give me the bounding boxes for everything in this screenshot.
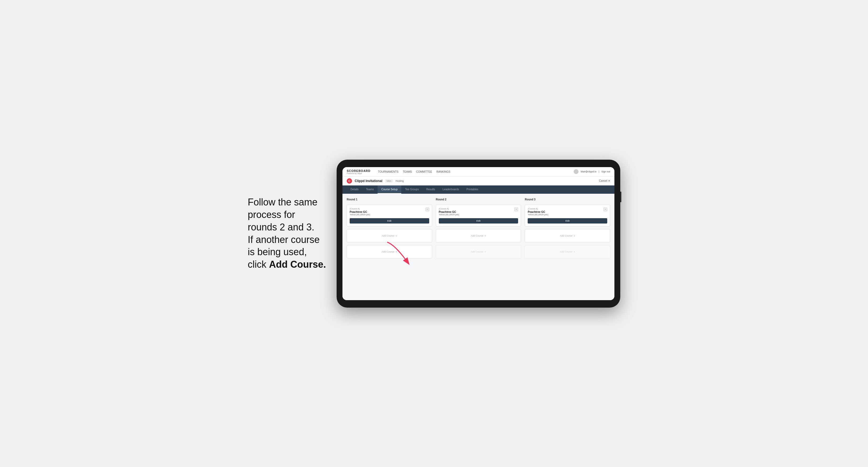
- round-2-label: Round 2: [436, 198, 521, 201]
- pipe-separator: |: [599, 170, 599, 173]
- card-info-r1: (Course A) Peachtree GC Yellow (M) (6629…: [350, 208, 370, 218]
- sub-header: C Clippd Invitational Men Hosting Cancel…: [342, 177, 614, 185]
- add-course-plus-r2-1: +: [485, 234, 486, 237]
- tournament-name: Clippd Invitational: [355, 179, 382, 183]
- main-content: Round 1 (Course A) Peachtree GC Yellow (…: [342, 194, 614, 300]
- tab-leaderboards[interactable]: Leaderboards: [439, 185, 463, 194]
- tab-results[interactable]: Results: [423, 185, 439, 194]
- add-course-r3-1[interactable]: Add Course +: [525, 229, 610, 242]
- course-name-r2: Peachtree GC: [439, 211, 459, 213]
- round-1-column: Round 1 (Course A) Peachtree GC Yellow (…: [347, 198, 432, 258]
- tab-details[interactable]: Details: [347, 185, 363, 194]
- tab-course-setup[interactable]: Course Setup: [378, 185, 401, 194]
- top-nav-links: TOURNAMENTS TEAMS COMMITTEE RANKINGS: [378, 170, 568, 174]
- card-info-r3: (Course A) Peachtree GC Yellow (M) (6629…: [528, 208, 548, 218]
- add-course-r3-2[interactable]: Add Course +: [525, 245, 610, 258]
- round-3-column: Round 3 (Course A) Peachtree GC Yellow (…: [525, 198, 610, 258]
- user-email: blair@clippd.io: [581, 170, 596, 173]
- add-course-r2-1[interactable]: Add Course +: [436, 229, 521, 242]
- add-course-label-r1-1: Add Course: [381, 235, 394, 237]
- add-course-plus-r2-2: +: [485, 250, 486, 253]
- tablet-side-button: [620, 192, 621, 202]
- tab-tee-groups[interactable]: Tee Groups: [401, 185, 423, 194]
- user-avatar: [574, 169, 579, 174]
- scoreboard-logo: SCOREBOARD Powered by clippd: [347, 169, 370, 174]
- add-course-plus-r1-2: +: [395, 250, 397, 253]
- add-course-label-r2-2: Add Course: [471, 250, 484, 253]
- nav-teams[interactable]: TEAMS: [403, 170, 412, 174]
- round-1-course-card: (Course A) Peachtree GC Yellow (M) (6629…: [347, 205, 432, 226]
- round-3-course-card: (Course A) Peachtree GC Yellow (M) (6629…: [525, 205, 610, 226]
- add-course-label-r2-1: Add Course: [471, 235, 484, 237]
- instruction-panel: Follow the same process for rounds 2 and…: [248, 196, 326, 271]
- sign-out-link[interactable]: Sign out: [601, 170, 610, 173]
- instruction-line2: process for: [248, 209, 295, 220]
- add-course-r1-2[interactable]: Add Course +: [347, 245, 432, 258]
- add-course-plus-r3-1: +: [574, 234, 575, 237]
- clippd-logo: C: [347, 178, 352, 184]
- instruction-line3: rounds 2 and 3.: [248, 222, 314, 232]
- tab-printables[interactable]: Printables: [463, 185, 482, 194]
- instruction-line5: is being used,: [248, 246, 307, 257]
- instruction-line6-bold: Add Course.: [269, 259, 326, 270]
- instruction-line6-prefix: click: [248, 259, 269, 270]
- nav-rankings[interactable]: RANKINGS: [436, 170, 450, 174]
- course-name-r3: Peachtree GC: [528, 211, 548, 213]
- round-3-label: Round 3: [525, 198, 610, 201]
- tab-bar: Details Teams Course Setup Tee Groups Re…: [342, 185, 614, 194]
- edit-button-r3[interactable]: Edit: [528, 218, 607, 223]
- course-detail-r2: Yellow (M) (6629 yds): [439, 213, 459, 216]
- edit-button-r1[interactable]: Edit: [350, 218, 429, 223]
- logo-title: SCOREBOARD: [347, 169, 370, 173]
- card-header-r2: (Course A) Peachtree GC Yellow (M) (6629…: [439, 208, 518, 218]
- logo-sub: Powered by clippd: [347, 173, 370, 174]
- add-course-label-r1-2: Add Course: [381, 250, 394, 253]
- edit-button-r2[interactable]: Edit: [439, 218, 518, 223]
- hosting-badge: Hosting: [396, 180, 404, 182]
- round-1-label: Round 1: [347, 198, 432, 201]
- course-detail-r1: Yellow (M) (6629 yds): [350, 213, 370, 216]
- nav-committee[interactable]: COMMITTEE: [416, 170, 432, 174]
- instruction-line1: Follow the same: [248, 197, 317, 208]
- add-course-r2-2[interactable]: Add Course +: [436, 245, 521, 258]
- tablet-screen: SCOREBOARD Powered by clippd TOURNAMENTS…: [342, 167, 614, 300]
- course-label-r2: (Course A): [439, 208, 459, 210]
- round-2-course-card: (Course A) Peachtree GC Yellow (M) (6629…: [436, 205, 521, 226]
- add-course-plus-r1-1: +: [395, 234, 397, 237]
- tab-teams[interactable]: Teams: [363, 185, 378, 194]
- delete-card-r1[interactable]: ×: [426, 208, 429, 211]
- round-2-column: Round 2 (Course A) Peachtree GC Yellow (…: [436, 198, 521, 258]
- add-course-label-r3-1: Add Course: [560, 235, 572, 237]
- course-detail-r3: Yellow (M) (6629 yds): [528, 213, 548, 216]
- add-course-r1-1[interactable]: Add Course +: [347, 229, 432, 242]
- course-label-r3: (Course A): [528, 208, 548, 210]
- course-label-r1: (Course A): [350, 208, 370, 210]
- tournament-badge: Men: [385, 179, 393, 183]
- top-nav: SCOREBOARD Powered by clippd TOURNAMENTS…: [342, 167, 614, 177]
- add-course-label-r3-2: Add Course: [560, 250, 572, 253]
- cancel-button[interactable]: Cancel ✕: [599, 179, 610, 182]
- top-nav-right: blair@clippd.io | Sign out: [574, 169, 610, 174]
- card-info-r2: (Course A) Peachtree GC Yellow (M) (6629…: [439, 208, 459, 218]
- delete-card-r2[interactable]: ×: [514, 208, 518, 211]
- course-name-r1: Peachtree GC: [350, 211, 370, 213]
- rounds-grid: Round 1 (Course A) Peachtree GC Yellow (…: [347, 198, 610, 258]
- delete-card-r3[interactable]: ×: [603, 208, 607, 211]
- tablet-frame: SCOREBOARD Powered by clippd TOURNAMENTS…: [337, 160, 620, 308]
- card-header-r1: (Course A) Peachtree GC Yellow (M) (6629…: [350, 208, 429, 218]
- card-header-r3: (Course A) Peachtree GC Yellow (M) (6629…: [528, 208, 607, 218]
- add-course-plus-r3-2: +: [574, 250, 575, 253]
- nav-tournaments[interactable]: TOURNAMENTS: [378, 170, 398, 174]
- instruction-line4: If another course: [248, 234, 319, 245]
